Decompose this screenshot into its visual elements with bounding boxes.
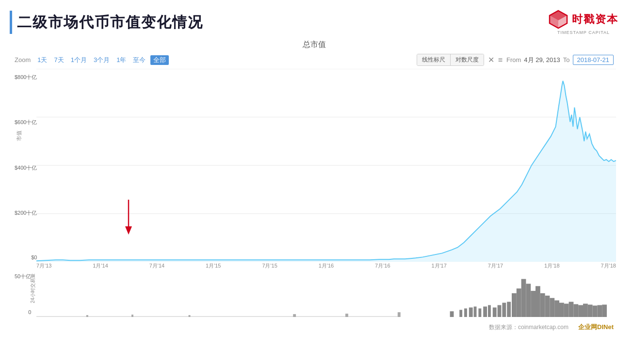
x-label-jul13: 7月'13 <box>36 262 51 269</box>
svg-rect-48 <box>593 305 598 317</box>
svg-rect-18 <box>398 312 401 317</box>
vol-y-ticks: 0 50十亿 <box>15 271 34 317</box>
controls-row: Zoom 1天 7天 1个月 3个月 1年 至今 全部 线性标尺 对数尺度 ✕ … <box>10 54 618 66</box>
x-axis-labels: 7月'13 1月'14 7月'14 1月'15 7月'15 1月'16 7月'1… <box>36 262 616 269</box>
title-block: 二级市场代币市值变化情况 <box>10 11 203 34</box>
zoom-controls: Zoom 1天 7天 1个月 3个月 1年 至今 全部 <box>15 55 169 65</box>
svg-rect-23 <box>474 306 477 317</box>
zoom-ytd[interactable]: 至今 <box>131 55 147 65</box>
svg-rect-20 <box>459 310 462 317</box>
vol-tick-0: 0 <box>15 309 34 315</box>
diinet-watermark: 企业网DINet <box>578 323 614 332</box>
zoom-1m[interactable]: 1个月 <box>69 55 89 65</box>
zoom-all[interactable]: 全部 <box>150 55 169 65</box>
svg-rect-17 <box>345 314 348 317</box>
svg-rect-39 <box>550 298 554 317</box>
svg-rect-14 <box>131 315 133 317</box>
logo-icon-area: 时戳资本 <box>549 10 618 29</box>
date-range: From 4月 29, 2013 To 2018-07-21 <box>506 55 614 65</box>
svg-rect-27 <box>493 307 497 317</box>
zoom-1y[interactable]: 1年 <box>114 55 128 65</box>
header: 二级市场代币市值变化情况 时戳资本 TIMESTAMP CAPITAL <box>10 10 618 35</box>
chart-section: 总市值 Zoom 1天 7天 1个月 3个月 1年 至今 全部 线性标尺 对数尺… <box>10 40 618 332</box>
svg-rect-28 <box>498 305 502 317</box>
logo-name-cn: 时戳资本 <box>572 12 618 27</box>
svg-rect-21 <box>464 308 467 317</box>
svg-rect-35 <box>531 291 536 317</box>
page-title: 二级市场代币市值变化情况 <box>17 13 203 32</box>
to-label: To <box>563 56 570 63</box>
svg-rect-41 <box>559 303 564 317</box>
bottom-row: 数据来源：coinmarketcap.com 企业网DINet <box>10 323 618 332</box>
logo-icon <box>549 10 568 29</box>
x-label-jan18: 1月'18 <box>544 262 559 269</box>
svg-rect-37 <box>540 293 545 317</box>
from-label: From <box>506 56 521 63</box>
svg-rect-40 <box>554 301 559 317</box>
svg-rect-50 <box>602 305 607 317</box>
svg-rect-19 <box>450 311 454 317</box>
svg-rect-43 <box>569 302 574 317</box>
to-date[interactable]: 2018-07-21 <box>573 55 614 65</box>
logo-block: 时戳资本 TIMESTAMP CAPITAL <box>549 10 618 35</box>
linear-scale-btn[interactable]: 线性标尺 <box>417 54 451 65</box>
svg-rect-42 <box>564 304 569 317</box>
svg-rect-32 <box>517 288 521 317</box>
x-label-jul14: 7月'14 <box>149 262 164 269</box>
right-controls: 线性标尺 对数尺度 ✕ ≡ From 4月 29, 2013 To 2018-0… <box>417 54 614 66</box>
svg-rect-30 <box>507 302 511 317</box>
svg-rect-46 <box>583 304 588 317</box>
svg-rect-44 <box>573 304 578 317</box>
svg-rect-12 <box>36 316 398 317</box>
chart-area: 市值 $0 $200十亿 $400十亿 $600十亿 $800十亿 24小时交易… <box>10 69 618 321</box>
data-source: 数据来源：coinmarketcap.com <box>489 323 568 332</box>
svg-marker-11 <box>125 226 132 235</box>
chart-subtitle: 总市值 <box>10 40 618 50</box>
from-date: 4月 29, 2013 <box>524 56 560 64</box>
x-label-jul18: 7月'18 <box>601 262 616 269</box>
zoom-1d[interactable]: 1天 <box>35 55 49 65</box>
svg-rect-24 <box>478 308 481 317</box>
svg-rect-38 <box>545 296 550 317</box>
scale-buttons: 线性标尺 对数尺度 <box>417 54 484 66</box>
volume-chart-svg <box>36 269 607 317</box>
menu-icon[interactable]: ≡ <box>498 56 503 64</box>
svg-rect-33 <box>521 279 526 317</box>
svg-rect-26 <box>488 305 491 317</box>
x-label-jul15: 7月'15 <box>262 262 277 269</box>
logo-name-en: TIMESTAMP CAPITAL <box>557 30 610 35</box>
expand-icon[interactable]: ✕ <box>488 55 494 64</box>
x-label-jul16: 7月'16 <box>375 262 390 269</box>
title-bar <box>10 11 12 34</box>
zoom-label: Zoom <box>15 56 31 63</box>
vol-tick-50: 50十亿 <box>15 273 34 280</box>
page-container: 二级市场代币市值变化情况 时戳资本 TIMESTAMP CAPITAL 总市值 … <box>0 0 633 364</box>
zoom-3m[interactable]: 3个月 <box>92 55 112 65</box>
x-label-jan17: 1月'17 <box>431 262 446 269</box>
svg-rect-22 <box>469 307 473 317</box>
svg-rect-13 <box>86 315 88 317</box>
svg-rect-45 <box>578 305 583 317</box>
x-label-jan14: 1月'14 <box>93 262 108 269</box>
log-scale-btn[interactable]: 对数尺度 <box>451 54 484 65</box>
x-label-jan15: 1月'15 <box>206 262 221 269</box>
svg-rect-25 <box>483 306 487 317</box>
svg-rect-16 <box>293 314 296 317</box>
red-arrow-annotation <box>124 200 133 240</box>
svg-rect-49 <box>597 305 602 317</box>
svg-rect-36 <box>536 286 540 317</box>
svg-rect-47 <box>588 305 593 317</box>
svg-rect-15 <box>189 315 191 317</box>
svg-rect-31 <box>512 293 517 317</box>
x-label-jan16: 1月'16 <box>319 262 334 269</box>
svg-rect-29 <box>502 303 506 317</box>
svg-rect-34 <box>526 284 531 317</box>
zoom-7d[interactable]: 7天 <box>52 55 65 65</box>
x-label-jul17: 7月'17 <box>488 262 503 269</box>
